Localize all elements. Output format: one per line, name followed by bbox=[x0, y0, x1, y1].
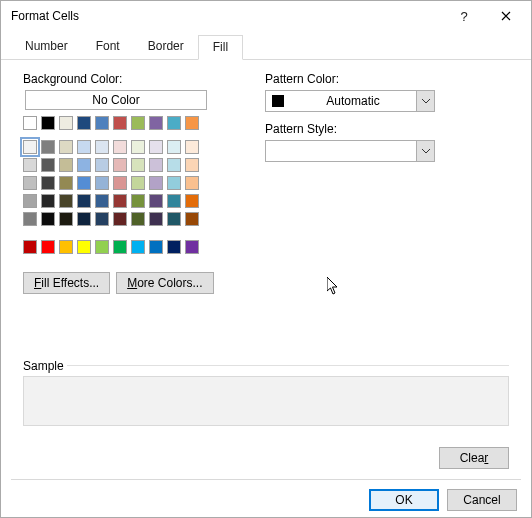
color-swatch[interactable] bbox=[77, 176, 91, 190]
swatch-icon bbox=[272, 95, 284, 107]
color-swatch[interactable] bbox=[131, 116, 145, 130]
no-color-button[interactable]: No Color bbox=[25, 90, 207, 110]
color-swatch[interactable] bbox=[59, 158, 73, 172]
color-swatch[interactable] bbox=[185, 176, 199, 190]
color-swatch[interactable] bbox=[185, 194, 199, 208]
color-swatch[interactable] bbox=[149, 240, 163, 254]
more-colors-button[interactable]: More Colors... bbox=[116, 272, 213, 294]
color-swatch[interactable] bbox=[167, 116, 181, 130]
color-swatch[interactable] bbox=[185, 116, 199, 130]
color-swatch[interactable] bbox=[131, 212, 145, 226]
color-swatch[interactable] bbox=[77, 212, 91, 226]
color-swatch[interactable] bbox=[113, 158, 127, 172]
color-swatch[interactable] bbox=[23, 194, 37, 208]
color-swatch[interactable] bbox=[167, 194, 181, 208]
fill-effects-button[interactable]: Fill Effects... bbox=[23, 272, 110, 294]
color-swatch[interactable] bbox=[167, 240, 181, 254]
color-swatch[interactable] bbox=[131, 194, 145, 208]
color-swatch[interactable] bbox=[185, 240, 199, 254]
color-swatch[interactable] bbox=[113, 140, 127, 154]
color-swatch[interactable] bbox=[95, 194, 109, 208]
chevron-down-icon bbox=[416, 141, 434, 161]
color-swatch[interactable] bbox=[95, 212, 109, 226]
color-swatch[interactable] bbox=[131, 140, 145, 154]
color-swatch[interactable] bbox=[167, 158, 181, 172]
pattern-color-dropdown[interactable]: Automatic bbox=[265, 90, 435, 112]
color-swatch[interactable] bbox=[41, 194, 55, 208]
color-swatch[interactable] bbox=[77, 158, 91, 172]
color-swatch[interactable] bbox=[149, 116, 163, 130]
color-swatch[interactable] bbox=[95, 158, 109, 172]
tab-border[interactable]: Border bbox=[134, 35, 198, 59]
color-swatch[interactable] bbox=[149, 212, 163, 226]
color-swatch[interactable] bbox=[77, 116, 91, 130]
theme-color-grid bbox=[23, 140, 211, 230]
color-swatch[interactable] bbox=[167, 212, 181, 226]
cancel-button[interactable]: Cancel bbox=[447, 489, 517, 511]
color-swatch[interactable] bbox=[149, 176, 163, 190]
close-icon bbox=[501, 11, 511, 21]
color-swatch[interactable] bbox=[149, 194, 163, 208]
color-swatch[interactable] bbox=[167, 140, 181, 154]
chevron-down-icon bbox=[416, 91, 434, 111]
pattern-style-dropdown[interactable] bbox=[265, 140, 435, 162]
color-swatch[interactable] bbox=[95, 116, 109, 130]
color-swatch[interactable] bbox=[167, 176, 181, 190]
color-swatch[interactable] bbox=[113, 176, 127, 190]
color-swatch[interactable] bbox=[59, 116, 73, 130]
titlebar: Format Cells ? bbox=[1, 1, 531, 31]
ok-button[interactable]: OK bbox=[369, 489, 439, 511]
color-swatch[interactable] bbox=[95, 140, 109, 154]
color-swatch[interactable] bbox=[131, 158, 145, 172]
color-swatch[interactable] bbox=[59, 176, 73, 190]
tab-strip: Number Font Border Fill bbox=[1, 35, 531, 60]
color-swatch[interactable] bbox=[59, 240, 73, 254]
close-button[interactable] bbox=[485, 2, 527, 30]
color-swatch[interactable] bbox=[77, 240, 91, 254]
color-swatch[interactable] bbox=[149, 158, 163, 172]
color-swatch[interactable] bbox=[23, 158, 37, 172]
pattern-style-label: Pattern Style: bbox=[265, 122, 509, 136]
theme-color-main-row bbox=[23, 116, 211, 134]
tab-fill[interactable]: Fill bbox=[198, 35, 243, 60]
color-swatch[interactable] bbox=[149, 140, 163, 154]
color-swatch[interactable] bbox=[113, 194, 127, 208]
color-swatch[interactable] bbox=[41, 240, 55, 254]
sample-label: Sample bbox=[23, 359, 68, 373]
color-swatch[interactable] bbox=[77, 194, 91, 208]
color-swatch[interactable] bbox=[185, 212, 199, 226]
color-swatch[interactable] bbox=[41, 212, 55, 226]
color-swatch[interactable] bbox=[77, 140, 91, 154]
color-swatch[interactable] bbox=[95, 240, 109, 254]
color-swatch[interactable] bbox=[185, 140, 199, 154]
color-swatch[interactable] bbox=[131, 240, 145, 254]
color-swatch[interactable] bbox=[185, 158, 199, 172]
color-swatch[interactable] bbox=[41, 176, 55, 190]
color-swatch[interactable] bbox=[41, 116, 55, 130]
color-swatch[interactable] bbox=[23, 212, 37, 226]
tab-number[interactable]: Number bbox=[11, 35, 82, 59]
color-swatch[interactable] bbox=[23, 240, 37, 254]
color-swatch[interactable] bbox=[95, 176, 109, 190]
standard-color-row bbox=[23, 240, 211, 258]
color-swatch[interactable] bbox=[113, 240, 127, 254]
color-swatch[interactable] bbox=[131, 176, 145, 190]
sample-group: Sample bbox=[23, 359, 509, 426]
color-swatch[interactable] bbox=[113, 116, 127, 130]
help-button[interactable]: ? bbox=[443, 2, 485, 30]
tab-font[interactable]: Font bbox=[82, 35, 134, 59]
color-swatch[interactable] bbox=[59, 194, 73, 208]
color-swatch[interactable] bbox=[23, 116, 37, 130]
background-color-label: Background Color: bbox=[23, 72, 265, 86]
color-swatch[interactable] bbox=[23, 176, 37, 190]
color-swatch[interactable] bbox=[113, 212, 127, 226]
color-swatch[interactable] bbox=[59, 212, 73, 226]
color-swatch[interactable] bbox=[41, 158, 55, 172]
sample-preview bbox=[23, 376, 509, 426]
pattern-color-value: Automatic bbox=[290, 94, 416, 108]
color-swatch[interactable] bbox=[41, 140, 55, 154]
window-title: Format Cells bbox=[11, 9, 443, 23]
color-swatch[interactable] bbox=[59, 140, 73, 154]
clear-button[interactable]: Clear bbox=[439, 447, 509, 469]
color-swatch[interactable] bbox=[23, 140, 37, 154]
